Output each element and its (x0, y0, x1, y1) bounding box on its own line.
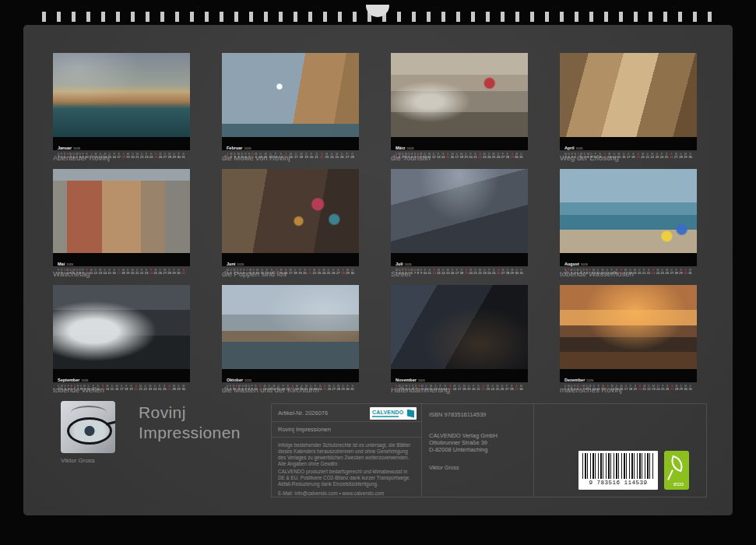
month-photo (560, 285, 697, 369)
month-photo (560, 53, 697, 137)
month-year: 2026 (73, 146, 80, 150)
month-card: Juni2026 M1D2M3D4F5S6S7M8D9M10D11F12S13S… (222, 169, 359, 278)
month-card: September2026 D1M2D3F4S5S6M7D8M9D10F11S1… (53, 285, 190, 394)
month-strip: August2026 S1S2M3D4M5D6F7S8S9M10D11M12D1… (560, 253, 697, 266)
publisher-author: Viktor Gross (429, 464, 459, 471)
barcode-digits: 9 783516 114539 (582, 480, 654, 486)
month-strip: Juli2026 M1D2F3S4S5M6D7M8D9F10S11S12M13D… (391, 253, 528, 266)
column-divider (421, 404, 422, 497)
month-label: Juli2026 (396, 255, 523, 269)
calvendo-flag-icon (407, 410, 414, 418)
calvendo-logo-text: CALVENDO (372, 410, 403, 417)
month-strip: Januar2026 D1F2S3S4M5D6M7D8F9S10S11M12D1… (53, 137, 190, 150)
month-name: Mai (58, 262, 65, 266)
eco-logo: eco (664, 451, 689, 490)
month-year: 2026 (404, 262, 411, 266)
month-strip: Juni2026 M1D2M3D4F5S6S7M8D9M10D11F12S13S… (222, 253, 359, 266)
barcode-bars (582, 453, 654, 479)
row-divider (272, 437, 421, 438)
month-name: November (396, 378, 417, 382)
month-name: März (396, 146, 406, 150)
month-name: April (564, 146, 575, 150)
month-photo (53, 53, 190, 137)
month-year: 2026 (418, 378, 425, 382)
month-label: Juni2026 (227, 255, 354, 269)
month-card: März2026 S1M2D3M4D5F6S7S8M9D10M11D12F13S… (391, 53, 528, 162)
month-year: 2026 (576, 146, 583, 150)
month-photo (391, 285, 528, 369)
eco-label: eco (673, 480, 684, 487)
publisher-city: D-82008 Unterhaching (429, 446, 498, 453)
month-label: Dezember2026 (564, 371, 692, 385)
month-photo (560, 169, 697, 253)
month-year: 2026 (244, 146, 251, 150)
product-title: Rovinj Impressionen (278, 426, 331, 433)
month-strip: September2026 D1M2D3F4S5S6M7D8M9D10F11S1… (53, 369, 190, 382)
month-year: 2026 (581, 262, 588, 266)
month-name: Dezember (564, 378, 585, 382)
month-card: Juli2026 M1D2F3S4S5M6D7M8D9F10S11S12M13D… (391, 169, 528, 278)
page-title: Rovinj Impressionen (139, 403, 257, 444)
calvendo-tagline (372, 416, 399, 417)
artikel-number: Artikel-Nr. 2026076 (278, 410, 328, 417)
month-strip: Mai2026 F1S2S3M4D5M6D7F8S9S10M11D12M13D1… (53, 253, 190, 266)
legal-text-2: CALVENDO produziert bedarfsgerecht und k… (278, 469, 413, 487)
author-name: Viktor Gross (61, 457, 95, 464)
month-year: 2026 (244, 378, 251, 382)
publisher-name: CALVENDO Verlag GmbH (429, 432, 498, 439)
mini-calendar: M1D2F3S4S5M6D7M8D9F10S11S12M13D14M15D16F… (396, 269, 523, 275)
month-photo (222, 285, 359, 369)
month-name: Januar (58, 146, 72, 150)
publisher-street: Ottobrunner Straße 39 (429, 439, 498, 446)
legal-text-1: Infolge bestehender Schutzrechte ist es … (278, 442, 413, 467)
month-strip: Februar2026 S1M2D3M4D5F6S7S8M9D10M11D12F… (222, 137, 359, 150)
glasses-temple (106, 420, 115, 425)
calendar-back-cover: Januar2026 D1F2S3S4M5D6M7D8F9S10S11M12D1… (0, 0, 756, 545)
isbn: ISBN 9783516114539 (429, 411, 486, 418)
month-year: 2026 (81, 378, 88, 382)
month-year: 2026 (66, 262, 73, 266)
month-card: Februar2026 S1M2D3M4D5F6S7S8M9D10M11D12F… (222, 53, 359, 162)
footer-table: Artikel-Nr. 2026076 CALVENDO Rovinj Impr… (271, 403, 707, 498)
month-card: April2026 M1D2F3S4S5M6D7M8D9F10S11S12M13… (560, 53, 697, 162)
month-name: Oktober (227, 378, 243, 382)
barcode: 9 783516 114539 (578, 451, 658, 490)
month-strip: März2026 S1M2D3M4D5F6S7S8M9D10M11D12F13S… (391, 137, 528, 150)
month-strip: Oktober2026 D1F2S3S4M5D6M7D8F9S10S11M12D… (222, 369, 359, 382)
month-label: August2026 (564, 255, 692, 269)
author-photo (61, 401, 115, 453)
month-name: Juli (396, 262, 403, 266)
month-card: Januar2026 D1F2S3S4M5D6M7D8F9S10S11M12D1… (53, 53, 190, 162)
month-card: August2026 S1S2M3D4M5D6F7S8S9M10D11M12D1… (560, 169, 697, 278)
month-label: April2026 (564, 139, 692, 153)
column-divider (533, 404, 534, 497)
month-card: November2026 S1M2D3M4D5F6S7S8M9D10M11D12… (391, 285, 528, 394)
month-name: Juni (227, 262, 235, 266)
publisher-address: CALVENDO Verlag GmbH Ottobrunner Straße … (429, 432, 498, 453)
month-photo (53, 169, 190, 253)
month-card: Oktober2026 D1F2S3S4M5D6M7D8F9S10S11M12D… (222, 285, 359, 394)
month-card: Mai2026 F1S2S3M4D5M6D7F8S9S10M11D12M13D1… (53, 169, 190, 278)
month-photo (222, 169, 359, 253)
month-year: 2026 (586, 378, 593, 382)
month-strip: April2026 M1D2F3S4S5M6D7M8D9F10S11S12M13… (560, 137, 697, 150)
month-photo (391, 53, 528, 137)
month-name: August (564, 262, 579, 266)
month-photo (222, 53, 359, 137)
leaf-stem (667, 469, 673, 480)
month-label: Januar2026 (58, 139, 185, 153)
month-year: 2026 (407, 146, 414, 150)
month-year: 2026 (237, 262, 244, 266)
month-name: Februar (227, 146, 242, 150)
month-photo (53, 285, 190, 369)
month-strip: November2026 S1M2D3M4D5F6S7S8M9D10M11D12… (391, 369, 528, 382)
month-name: September (58, 378, 79, 382)
month-card: Dezember2026 D1M2D3F4S5S6M7D8M9D10F11S12… (560, 285, 697, 394)
email-line: E-Mail: info@calvendo.com • www.calvendo… (278, 490, 413, 497)
glasses-eye-icon (67, 417, 112, 445)
month-photo (391, 169, 528, 253)
month-strip: Dezember2026 D1M2D3F4S5S6M7D8M9D10F11S12… (560, 369, 697, 382)
month-label: Februar2026 (227, 139, 354, 153)
month-label: November2026 (396, 371, 523, 385)
calvendo-logo: CALVENDO (370, 407, 417, 420)
